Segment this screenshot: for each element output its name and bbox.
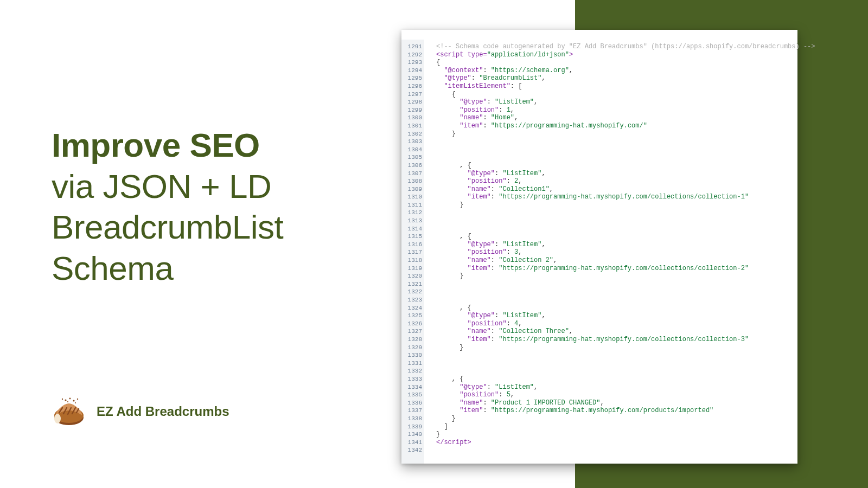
headline: Improve SEO via JSON + LDBreadcrumbListS… [52,125,388,289]
svg-point-8 [67,401,68,402]
headline-bold: Improve SEO [52,126,260,164]
brand-lockup: EZ Add Breadcrumbs [52,396,229,427]
svg-point-5 [73,400,74,401]
svg-point-4 [69,398,71,400]
code-gutter: 1291129212931294129512961297129812991300… [401,40,424,464]
svg-point-7 [62,399,63,400]
svg-point-3 [65,399,66,401]
code-editor-card: 1291129212931294129512961297129812991300… [401,30,797,464]
hero-text-block: Improve SEO via JSON + LDBreadcrumbListS… [52,125,388,289]
headline-rest: via JSON + LDBreadcrumbListSchema [52,168,283,287]
svg-point-2 [54,414,61,423]
bread-icon [52,396,87,427]
code-body: <!-- Schema code autogenerated by "EZ Ad… [424,40,821,464]
svg-point-9 [75,402,76,403]
brand-label: EZ Add Breadcrumbs [97,404,229,419]
svg-point-6 [77,399,78,400]
